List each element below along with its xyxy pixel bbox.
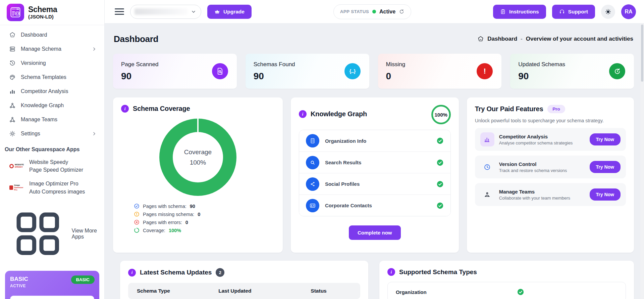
building-icon — [306, 134, 319, 147]
upgrade-plan-button[interactable]: Upgrade Plan — [10, 296, 94, 299]
warning-circle-icon — [134, 211, 140, 217]
status-dot-icon — [372, 10, 376, 13]
try-now-button[interactable]: Try Now — [590, 161, 621, 173]
stat-label: Missing — [386, 61, 494, 68]
stat-card-updated-schemas: Updated Schemas 90 — [510, 54, 634, 89]
feature-manage-teams: Manage Teams Collaborate with your team … — [475, 183, 626, 206]
paid-features-subtitle: Unlock powerful tools to supercharge you… — [475, 118, 626, 123]
knowledge-graph-title: Knowledge Graph — [311, 110, 367, 118]
sidebar-item-label: Versioning — [21, 60, 46, 66]
column-last-updated: Last Updated — [218, 288, 311, 294]
feature-desc: Analyse competitor schema strategies — [499, 140, 573, 145]
instructions-button[interactable]: Instructions — [493, 5, 546, 19]
feature-title: Competitor Analysis — [499, 134, 573, 139]
app-link-label: Image Optimizer ProAuto Compress images — [29, 180, 85, 195]
sidebar-item-schema-templates[interactable]: Schema Templates — [0, 70, 104, 84]
legend-pages-missing-schema: Pages missing schema:0 — [134, 211, 275, 217]
chevron-down-icon — [191, 9, 196, 14]
plan-card: BASIC ACTIVE BASIC Upgrade Plan — [5, 271, 99, 299]
latest-updates-title: Latest Schema Updates — [140, 269, 212, 276]
dashboard-icon — [9, 32, 16, 38]
stat-label: Updated Schemas — [518, 61, 626, 68]
check-circle-icon — [436, 180, 444, 188]
refresh-status-icon[interactable] — [399, 9, 405, 14]
try-now-button[interactable]: Try Now — [590, 133, 621, 145]
app-title: Schema — [28, 5, 57, 13]
sidebar-item-label: Knowledge Graph — [21, 102, 64, 109]
page-scan-icon — [212, 63, 228, 79]
page-header: Dashboard Dashboard - Overview of your a… — [114, 32, 633, 46]
coverage-donut-chart: Coverage 100% — [159, 119, 236, 196]
teams-icon — [9, 116, 16, 123]
schema-coverage-title: Schema Coverage — [133, 105, 190, 113]
crown-icon — [214, 9, 220, 14]
sidebar-item-label: Dashboard — [21, 32, 47, 38]
palette-icon — [9, 74, 16, 81]
schema-coverage-card: i Schema Coverage Coverage 100% — [113, 97, 283, 253]
feature-title: Manage Teams — [499, 189, 570, 195]
complete-now-button[interactable]: Complete now — [349, 225, 401, 240]
people-icon — [480, 187, 494, 202]
coverage-ring-icon — [134, 227, 140, 233]
app-link-image-optimizer[interactable]: ImageOptimizer Pro Image Optimizer ProAu… — [0, 177, 104, 198]
swirl-icon — [9, 164, 14, 168]
app-logo-icon — [7, 4, 24, 21]
upgrade-button[interactable]: Upgrade — [207, 5, 252, 19]
feature-version-control: Version Control Track and restore schema… — [475, 156, 626, 178]
feature-competitor-analysis: Competitor Analysis Analyse competitor s… — [475, 128, 626, 151]
share-icon — [306, 177, 319, 191]
history-icon — [9, 60, 16, 67]
pro-badge: Pro — [547, 105, 565, 113]
cards-row: i Schema Coverage Coverage 100% — [113, 97, 634, 253]
sidebar-item-competitor-analysis[interactable]: Competitor Analysis — [0, 84, 104, 98]
try-now-button[interactable]: Try Now — [590, 188, 621, 201]
updates-table-header: Schema Type Last Updated Status — [128, 283, 360, 299]
app-status-pill: APP STATUS Active — [333, 4, 411, 19]
avatar[interactable]: RA — [621, 4, 636, 19]
sidebar-item-view-more-apps[interactable]: View More Apps — [0, 201, 104, 267]
app-root: Schema (JSON-LD) Dashboard Manage Schema… — [0, 0, 644, 299]
updates-count-badge: 2 — [216, 268, 224, 277]
info-icon[interactable]: i — [121, 105, 129, 113]
sidebar-item-label: Schema Templates — [21, 74, 66, 80]
paid-features-card: Try Our Paid Features Pro Unlock powerfu… — [467, 97, 634, 253]
schema-coverage-header: i Schema Coverage — [121, 105, 275, 113]
app-status-label: APP STATUS — [340, 9, 369, 14]
breadcrumb-current: Dashboard — [487, 36, 517, 42]
theme-toggle-button[interactable] — [601, 5, 615, 19]
kg-item-search-results[interactable]: Search Results — [299, 152, 450, 173]
kg-item-corporate-contacts[interactable]: Corporate Contacts — [299, 195, 450, 216]
sidebar-item-dashboard[interactable]: Dashboard — [0, 28, 104, 42]
app-link-website-speedy[interactable]: WEBSITESPEEDY Website SpeedyPage Speed O… — [0, 155, 104, 177]
network-icon — [9, 102, 16, 109]
store-select-dropdown[interactable] — [130, 5, 201, 19]
sidebar-item-knowledge-graph[interactable]: Knowledge Graph — [0, 98, 104, 113]
page-scrollbar[interactable] — [640, 24, 644, 299]
knowledge-graph-header: i Knowledge Graph 100% — [299, 105, 451, 124]
info-icon[interactable]: i — [387, 268, 395, 276]
legend-pages-with-errors: Pages with errors:0 — [134, 219, 275, 225]
sidebar-item-manage-teams[interactable]: Manage Teams — [0, 113, 104, 127]
info-icon[interactable]: i — [128, 269, 136, 276]
feature-desc: Track and restore schema versions — [499, 168, 567, 173]
sidebar-item-manage-schema[interactable]: Manage Schema — [0, 42, 104, 56]
supported-type-label: Organization — [396, 289, 427, 295]
stat-label: Schemas Found — [254, 61, 361, 68]
coverage-legend: Pages with schema:90 Pages missing schem… — [134, 203, 275, 233]
support-button[interactable]: Support — [552, 5, 595, 19]
info-icon[interactable]: i — [299, 110, 307, 118]
breadcrumb: Dashboard - Overview of your account and… — [477, 36, 633, 42]
kg-item-social-profiles[interactable]: Social Profiles — [299, 173, 450, 195]
scrollbar-thumb[interactable] — [641, 25, 643, 82]
bottom-row: i Latest Schema Updates 2 Schema Type La… — [113, 261, 634, 299]
hamburger-menu-icon[interactable] — [115, 8, 124, 15]
check-circle-icon — [517, 288, 524, 296]
legend-coverage: Coverage:100% — [134, 227, 275, 233]
clock-icon — [480, 160, 494, 174]
app-logo[interactable]: Schema (JSON-LD) — [0, 0, 104, 25]
sidebar-item-settings[interactable]: Settings — [0, 127, 104, 141]
headset-icon — [559, 9, 565, 14]
stat-card-missing: Missing 0 ! — [378, 54, 502, 89]
sidebar-item-versioning[interactable]: Versioning — [0, 56, 104, 70]
kg-item-organization-info[interactable]: Organization Info — [299, 130, 450, 152]
